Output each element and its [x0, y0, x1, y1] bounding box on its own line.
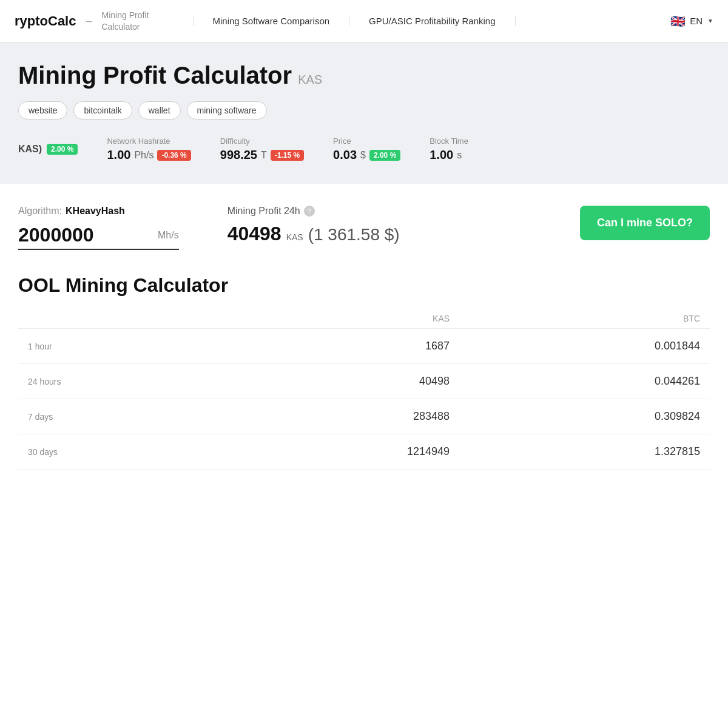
- page-title: Mining Profit Calculator: [18, 62, 292, 89]
- difficulty-label: Difficulty: [220, 136, 304, 146]
- hashrate-unit: Mh/s: [158, 230, 179, 241]
- pool-section: OOL Mining Calculator KAS BTC 1 hour 168…: [0, 262, 728, 488]
- stats-row: KAS) 2.00 % Network Hashrate 1.00 Ph/s -…: [18, 136, 710, 162]
- price-stat: Price 0.03 $ 2.00 %: [333, 136, 400, 162]
- hero-section: Mining Profit Calculator KAS website bit…: [0, 42, 728, 184]
- hashrate-block: Algorithm: KHeavyHash Mh/s: [18, 206, 179, 250]
- language-selector[interactable]: 🇬🇧 EN ▼: [669, 13, 713, 30]
- network-hashrate-stat: Network Hashrate 1.00 Ph/s -0.36 %: [107, 136, 190, 162]
- logo-separator: –: [86, 15, 92, 27]
- coin-badge: KAS: [298, 73, 322, 87]
- solo-button-wrap: Can I mine SOLO?: [580, 206, 710, 240]
- logo-area: ryptoCalc – Mining Profit Calculator: [15, 10, 169, 32]
- block-time-label: Block Time: [430, 136, 468, 146]
- pool-period: 7 days: [18, 399, 220, 434]
- logo-name: ryptoCalc: [15, 13, 76, 29]
- nav-mining-software[interactable]: Mining Software Comparison: [193, 16, 350, 26]
- pool-btc-value: 0.001844: [459, 329, 710, 364]
- coin-change-badge: 2.00 %: [47, 144, 78, 155]
- tag-website[interactable]: website: [18, 101, 67, 120]
- pool-period: 1 hour: [18, 329, 220, 364]
- block-time-stat: Block Time 1.00 s: [430, 136, 468, 162]
- pool-period: 24 hours: [18, 364, 220, 399]
- profit-value-row: 40498 KAS (1 361.58 $): [228, 223, 400, 245]
- network-hashrate-unit: Ph/s: [134, 150, 153, 161]
- main-nav: Mining Software Comparison GPU/ASIC Prof…: [193, 16, 670, 26]
- algorithm-label: Algorithm:: [18, 206, 62, 217]
- tag-wallet[interactable]: wallet: [138, 101, 181, 120]
- profit-usd: (1 361.58 $): [308, 225, 400, 244]
- pool-table: KAS BTC 1 hour 1687 0.001844 24 hours 40…: [18, 309, 710, 470]
- pool-table-row: 30 days 1214949 1.327815: [18, 434, 710, 470]
- profit-label-text: Mining Profit 24h: [228, 206, 300, 217]
- pool-period: 30 days: [18, 434, 220, 470]
- price-value: 0.03: [333, 148, 357, 162]
- profit-block: Mining Profit 24h ? 40498 KAS (1 361.58 …: [228, 206, 400, 245]
- profit-amount: 40498: [228, 223, 281, 245]
- algorithm-name: KHeavyHash: [66, 206, 125, 217]
- price-value-row: 0.03 $ 2.00 %: [333, 148, 400, 162]
- pool-btc-value: 0.309824: [459, 399, 710, 434]
- flag-icon: 🇬🇧: [669, 13, 686, 30]
- lang-label: EN: [690, 16, 703, 26]
- tag-mining-software[interactable]: mining software: [187, 101, 267, 120]
- difficulty-stat: Difficulty 998.25 T -1.15 %: [220, 136, 304, 162]
- main-header: ryptoCalc – Mining Profit Calculator Min…: [0, 0, 728, 42]
- algo-row: Algorithm: KHeavyHash: [18, 206, 179, 217]
- pool-table-row: 7 days 283488 0.309824: [18, 399, 710, 434]
- profit-coin: KAS: [286, 232, 303, 242]
- pool-kas-value: 1214949: [220, 434, 459, 470]
- pool-title: OOL Mining Calculator: [18, 274, 710, 297]
- pool-btc-value: 0.044261: [459, 364, 710, 399]
- pool-kas-value: 1687: [220, 329, 459, 364]
- pool-table-header: KAS BTC: [18, 309, 710, 329]
- price-label: Price: [333, 136, 400, 146]
- col-kas: KAS: [220, 309, 459, 329]
- hashrate-input-wrap: Mh/s: [18, 224, 179, 250]
- hashrate-input[interactable]: [18, 224, 152, 246]
- col-period: [18, 309, 220, 329]
- difficulty-value-row: 998.25 T -1.15 %: [220, 148, 304, 162]
- pool-btc-value: 1.327815: [459, 434, 710, 470]
- logo-subtitle: Mining Profit Calculator: [102, 10, 169, 32]
- coin-stat: KAS) 2.00 %: [18, 144, 78, 155]
- profit-label-row: Mining Profit 24h ?: [228, 206, 400, 217]
- chevron-down-icon: ▼: [707, 18, 713, 24]
- network-hashrate-value-row: 1.00 Ph/s -0.36 %: [107, 148, 190, 162]
- price-unit: $: [360, 150, 366, 161]
- nav-gpu-ranking[interactable]: GPU/ASIC Profitability Ranking: [349, 16, 515, 26]
- tag-bitcointalk[interactable]: bitcointalk: [73, 101, 132, 120]
- difficulty-change-badge: -1.15 %: [271, 150, 304, 161]
- tag-row: website bitcointalk wallet mining softwa…: [18, 101, 710, 120]
- price-change-badge: 2.00 %: [369, 150, 400, 161]
- block-time-value: 1.00: [430, 148, 453, 162]
- block-time-unit: s: [457, 150, 462, 161]
- network-hashrate-value: 1.00: [107, 148, 130, 162]
- hero-title-row: Mining Profit Calculator KAS: [18, 62, 710, 89]
- network-hashrate-label: Network Hashrate: [107, 136, 190, 146]
- pool-table-row: 1 hour 1687 0.001844: [18, 329, 710, 364]
- help-icon[interactable]: ?: [304, 206, 315, 217]
- network-hashrate-change-badge: -0.36 %: [157, 150, 190, 161]
- calculator-section: Algorithm: KHeavyHash Mh/s Mining Profit…: [0, 184, 728, 262]
- pool-kas-value: 40498: [220, 364, 459, 399]
- block-time-value-row: 1.00 s: [430, 148, 468, 162]
- coin-label: KAS): [18, 144, 42, 155]
- solo-mine-button[interactable]: Can I mine SOLO?: [580, 206, 710, 240]
- pool-table-row: 24 hours 40498 0.044261: [18, 364, 710, 399]
- difficulty-unit: T: [261, 150, 267, 161]
- col-btc: BTC: [459, 309, 710, 329]
- pool-kas-value: 283488: [220, 399, 459, 434]
- difficulty-value: 998.25: [220, 148, 257, 162]
